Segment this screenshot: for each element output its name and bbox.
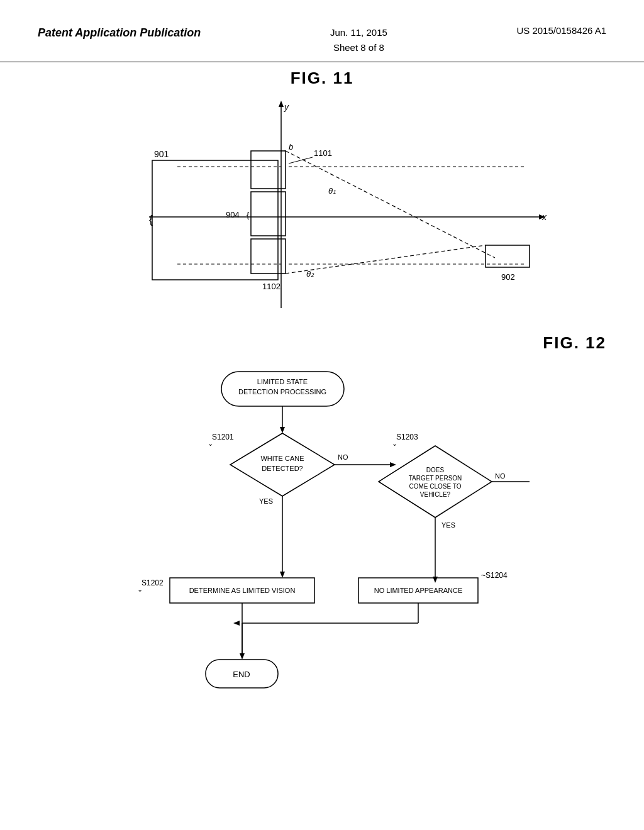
s1202-label: S1202 [142,578,164,587]
s1201-text-line2: DETECTED? [262,465,303,472]
sheet-label: Sheet 8 of 8 [330,40,387,55]
svg-text:⌄: ⌄ [208,440,213,447]
publication-title: Patent Application Publication [38,26,201,39]
s1201-text-line1: WHITE CANE [260,455,304,462]
svg-marker-21 [280,427,285,433]
s1203-text-line1: DOES [426,467,445,473]
fig11-title: FIG. 11 [0,69,644,88]
fig11-diagram: y x 901 { 1101 904 { 1102 b θ₁ [86,94,558,333]
b-label: b [289,142,293,152]
page-header: Patent Application Publication Jun. 11, … [0,0,644,62]
s1201-no-label: NO [338,453,348,461]
svg-marker-25 [280,572,285,578]
svg-rect-4 [152,160,278,280]
patent-number: US 2015/0158426 A1 [516,25,606,36]
svg-text:{: { [247,210,250,219]
label-904: 904 [226,210,240,219]
s1201-yes-label: YES [259,497,273,505]
svg-line-18 [286,245,486,274]
svg-marker-27 [390,462,396,467]
svg-text:⌄: ⌄ [392,440,397,447]
s1203-label: S1203 [396,433,418,441]
s1204-text: NO LIMITED APPEARANCE [374,587,463,594]
s1202-text: DETERMINE AS LIMITED VISION [189,587,296,594]
s1203-text-line2: TARGET PERSON [409,475,462,482]
s1204-label: ~S1204 [481,571,508,580]
start-label-line2: DETECTION PROCESSING [238,388,326,396]
svg-rect-6 [251,151,286,189]
s1203-text-line3: COME CLOSE TO [409,483,462,490]
s1203-no-label: NO [495,472,506,480]
svg-marker-29 [379,446,492,517]
x-axis-label: x [541,212,547,222]
svg-rect-10 [251,239,286,274]
s1203-text-line4: VEHICLE? [420,491,451,498]
svg-text:⌄: ⌄ [137,585,143,593]
start-label-line1: LIMITED STATE [257,378,308,385]
end-label: END [233,670,250,679]
s1201-label: S1201 [212,433,234,441]
page: Patent Application Publication Jun. 11, … [0,0,644,830]
y-axis-label: y [284,102,289,112]
publication-label: Patent Application Publication [38,25,201,41]
fig12-flowchart: LIMITED STATE DETECTION PROCESSING S1201… [102,365,542,717]
label-901: 901 [154,149,169,159]
theta1-label: θ₁ [328,186,336,196]
fig12-title: FIG. 12 [0,333,644,353]
label-1101: 1101 [314,148,332,158]
date-sheet-info: Jun. 11, 2015 Sheet 8 of 8 [330,25,387,55]
s1203-yes-label: YES [441,521,455,529]
svg-rect-8 [251,192,286,236]
svg-line-14 [286,151,495,258]
svg-marker-1 [279,101,284,107]
date-label: Jun. 11, 2015 [330,25,387,40]
svg-marker-40 [233,621,240,626]
label-1102: 1102 [262,282,280,291]
label-902: 902 [501,272,515,282]
svg-text:{: { [149,213,153,226]
